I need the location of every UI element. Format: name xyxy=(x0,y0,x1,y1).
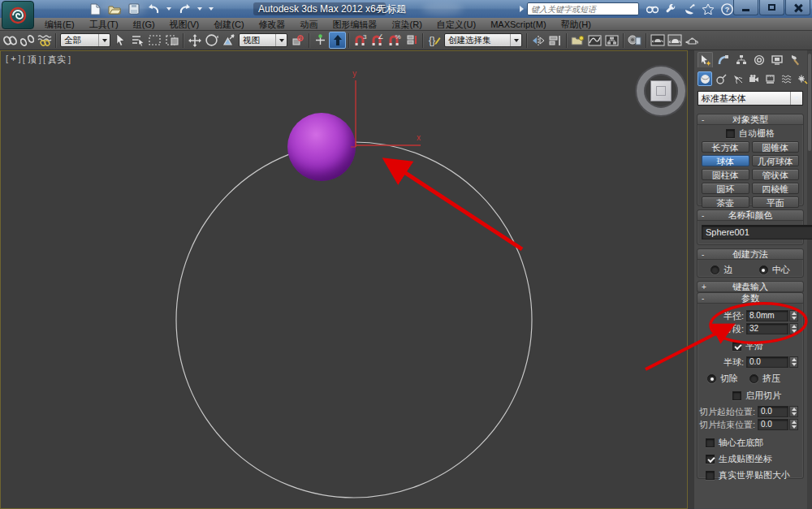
menu-help[interactable]: 帮助(H) xyxy=(554,18,598,31)
minimize-button[interactable] xyxy=(733,0,758,15)
category-space-warps[interactable] xyxy=(779,71,793,86)
named-selection-dropdown[interactable]: 创建选择集 xyxy=(444,33,522,47)
undo-button[interactable] xyxy=(146,2,161,16)
align-button[interactable] xyxy=(546,32,564,49)
redo-button[interactable] xyxy=(177,2,192,16)
menu-tools[interactable]: 工具(T) xyxy=(82,18,126,31)
undo-dropdown[interactable] xyxy=(166,2,172,16)
panel-scrollbar[interactable] xyxy=(807,50,812,509)
rollout-name-color-header[interactable]: - 名称和颜色 xyxy=(698,210,803,221)
close-button[interactable] xyxy=(785,0,810,15)
base-to-pivot-checkbox[interactable] xyxy=(706,438,715,447)
category-lights[interactable] xyxy=(730,71,745,86)
panel-resize-gutter[interactable] xyxy=(688,50,694,509)
search-expand-icon[interactable] xyxy=(520,6,524,12)
select-object-button[interactable] xyxy=(112,32,129,49)
radius-field[interactable]: 8.0mm xyxy=(746,310,788,321)
open-file-button[interactable] xyxy=(107,2,122,16)
rendered-frame-window-button[interactable] xyxy=(649,32,666,49)
smooth-checkbox[interactable] xyxy=(732,342,741,351)
squash-radio[interactable] xyxy=(749,374,758,383)
menu-rendering[interactable]: 渲染(R) xyxy=(385,18,430,31)
render-iterative-button[interactable] xyxy=(683,32,700,49)
segments-field[interactable]: 32 xyxy=(746,323,788,334)
chop-option[interactable]: 切除 xyxy=(707,373,738,385)
viewport-menu-view[interactable]: 顶 xyxy=(23,54,41,66)
enable-slice-checkbox[interactable] xyxy=(732,391,741,400)
quick-access-options[interactable] xyxy=(208,2,214,16)
menu-customize[interactable]: 自定义(U) xyxy=(430,18,483,31)
rollout-keyboard-entry-header[interactable]: + 键盘输入 xyxy=(698,282,803,292)
center-option[interactable]: 中心 xyxy=(759,264,790,276)
subscription-button[interactable] xyxy=(663,2,678,16)
button-tube[interactable]: 管状体 xyxy=(752,169,800,180)
slice-from-spinner[interactable] xyxy=(789,406,798,417)
tab-create[interactable] xyxy=(698,52,713,67)
render-production-button[interactable] xyxy=(666,32,683,49)
viewport-menu-shading[interactable]: 真实 xyxy=(43,54,71,66)
tab-motion[interactable] xyxy=(751,52,767,67)
select-and-move-button[interactable] xyxy=(186,32,203,49)
center-radio[interactable] xyxy=(759,265,768,274)
reference-coordinate-dropdown[interactable]: 视图 xyxy=(239,33,287,47)
keyboard-shortcut-override-toggle[interactable] xyxy=(329,32,346,49)
edge-option[interactable]: 边 xyxy=(710,264,732,276)
viewcube-top-face[interactable] xyxy=(650,80,672,101)
button-teapot[interactable]: 茶壶 xyxy=(702,196,749,208)
new-file-button[interactable] xyxy=(88,2,102,16)
select-and-scale-button[interactable] xyxy=(220,32,237,49)
favorites-button[interactable] xyxy=(701,2,715,16)
tab-utilities[interactable] xyxy=(787,52,802,67)
panel-scrollbar-thumb[interactable] xyxy=(808,54,811,151)
category-helpers[interactable] xyxy=(762,71,777,86)
button-pyramid[interactable]: 四棱锥 xyxy=(752,183,800,194)
slice-from-field[interactable]: 0.0 xyxy=(758,406,788,417)
button-sphere[interactable]: 球体 xyxy=(702,155,749,166)
layer-manager-button[interactable] xyxy=(569,32,586,49)
spinner-snap-toggle-button[interactable] xyxy=(403,32,420,49)
category-shapes[interactable] xyxy=(714,71,728,86)
segments-spinner[interactable] xyxy=(789,323,798,334)
slice-to-field[interactable]: 0.0 xyxy=(758,419,788,430)
percent-snap-toggle-button[interactable]: % xyxy=(386,32,403,49)
category-systems[interactable] xyxy=(795,71,810,86)
slice-to-spinner[interactable] xyxy=(789,419,798,430)
rollout-object-type-header[interactable]: - 对象类型 xyxy=(698,114,803,125)
select-by-name-button[interactable] xyxy=(129,32,146,49)
redo-dropdown[interactable] xyxy=(197,2,203,16)
select-and-link-button[interactable] xyxy=(2,32,19,49)
button-geosphere[interactable]: 几何球体 xyxy=(752,155,800,166)
menu-animation[interactable]: 动画 xyxy=(293,18,326,31)
edit-named-selection-sets-button[interactable]: {} xyxy=(425,32,443,49)
tab-hierarchy[interactable] xyxy=(733,52,749,67)
chop-radio[interactable] xyxy=(707,374,716,383)
rollout-creation-method-header[interactable]: - 创建方法 xyxy=(698,249,803,260)
maximize-button[interactable] xyxy=(759,0,784,15)
button-torus[interactable]: 圆环 xyxy=(702,183,749,194)
autogrid-checkbox[interactable] xyxy=(726,129,735,138)
use-pivot-point-button[interactable] xyxy=(289,32,306,49)
select-and-manipulate-button[interactable] xyxy=(312,32,329,49)
real-world-checkbox[interactable] xyxy=(706,471,715,480)
angle-snap-toggle-button[interactable]: ∠ xyxy=(369,32,386,49)
select-and-rotate-button[interactable] xyxy=(203,32,220,49)
menu-views[interactable]: 视图(V) xyxy=(162,18,207,31)
button-box[interactable]: 长方体 xyxy=(702,141,749,153)
search-input[interactable] xyxy=(527,2,639,15)
tab-display[interactable] xyxy=(769,52,784,67)
button-cone[interactable]: 圆锥体 xyxy=(752,141,800,153)
radius-spinner[interactable] xyxy=(789,310,798,321)
communication-center-button[interactable] xyxy=(682,2,697,16)
menu-modifiers[interactable]: 修改器 xyxy=(252,18,293,31)
button-cylinder[interactable]: 圆柱体 xyxy=(702,169,749,180)
category-cameras[interactable] xyxy=(746,71,761,86)
window-crossing-toggle-button[interactable] xyxy=(163,32,180,49)
button-plane[interactable]: 平面 xyxy=(752,196,800,208)
application-menu-button[interactable] xyxy=(2,1,34,29)
viewcube[interactable] xyxy=(637,67,685,115)
snap-toggle-button[interactable]: 3 xyxy=(352,32,369,49)
rollout-parameters-header[interactable]: - 参数 xyxy=(698,293,803,304)
edge-radio[interactable] xyxy=(710,265,719,274)
object-name-input[interactable] xyxy=(702,225,812,239)
unlink-selection-button[interactable] xyxy=(19,32,36,49)
